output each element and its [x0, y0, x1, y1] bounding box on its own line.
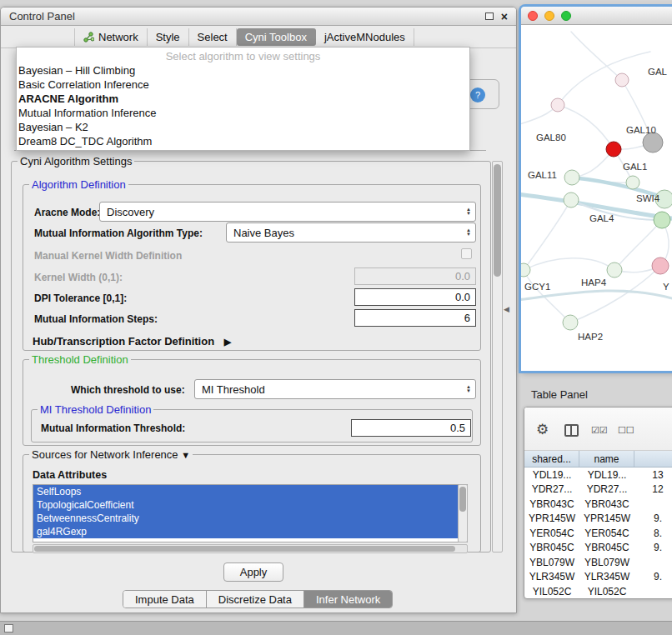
deselect-all-checkboxes-icon[interactable]: ☐☐ [618, 425, 634, 436]
dpi-tolerance-field[interactable]: 0.0 [354, 288, 476, 306]
network-node[interactable] [564, 192, 579, 208]
network-window-titlebar[interactable] [521, 7, 672, 25]
network-node[interactable] [607, 262, 622, 278]
combo-arrows-icon: ▲▼ [466, 228, 475, 237]
mi-threshold-label: Mutual Information Threshold: [41, 422, 185, 434]
table-row[interactable]: YBR045CYBR045C9. [524, 541, 672, 556]
network-node[interactable] [654, 212, 670, 228]
tab-infer-network[interactable]: Infer Network [304, 591, 392, 608]
table-row[interactable]: YDR27...YDR27...12 [524, 482, 672, 498]
aracne-mode-select[interactable]: Discovery ▲▼ [99, 202, 476, 222]
tab-cyni-toolbox[interactable]: Cyni Toolbox [237, 28, 316, 46]
table-panel-title: Table Panel [531, 388, 588, 401]
network-node[interactable] [564, 170, 579, 185]
sources-section-header[interactable]: Sources for Network Inference ▼ [29, 448, 193, 461]
scrollbar-thumb[interactable] [34, 546, 455, 552]
collapse-down-icon[interactable]: ▼ [181, 450, 190, 460]
aracne-mode-label: Aracne Mode: [34, 207, 100, 218]
network-node[interactable] [643, 132, 663, 152]
scrollbar-thumb[interactable] [459, 487, 466, 512]
algorithm-popup-item[interactable]: ARACNE Algorithm [17, 92, 469, 106]
float-window-icon[interactable] [485, 12, 494, 20]
table-cell: 9. [634, 542, 672, 553]
algorithm-popup-item[interactable]: Bayesian – Hill Climbing [17, 63, 469, 78]
algorithm-popup-item[interactable]: Bayesian – K2 [17, 120, 469, 134]
network-edge[interactable] [524, 258, 614, 270]
network-node[interactable] [626, 176, 639, 189]
hub-section-header[interactable]: Hub/Transcription Factor Definition ▶ [33, 335, 231, 348]
tab-network[interactable]: Network [74, 28, 148, 46]
network-edge[interactable] [558, 52, 650, 105]
settings-vertical-scrollbar[interactable] [492, 161, 503, 552]
attributes-vertical-scrollbar[interactable] [458, 484, 468, 542]
table-row[interactable]: YPR145WYPR145W9. [524, 512, 672, 527]
mi-threshold-field[interactable]: 0.5 [351, 419, 471, 437]
tab-label: Cyni Toolbox [245, 31, 307, 43]
table-row[interactable]: YIL052CYIL052C [524, 584, 672, 598]
network-edge[interactable] [521, 291, 672, 300]
data-attribute-item[interactable]: SelfLoops [33, 485, 459, 498]
which-threshold-label: Which threshold to use: [71, 384, 185, 396]
tab-discretize-data[interactable]: Discretize Data [207, 591, 304, 608]
hub-section-label: Hub/Transcription Factor Definition [33, 335, 214, 348]
minimize-traffic-light-icon[interactable] [544, 11, 554, 21]
attributes-horizontal-scrollbar[interactable] [33, 544, 468, 553]
algorithm-definition-title: Algorithm Definition [29, 178, 128, 191]
table-row[interactable]: YBR043CYBR043C [524, 497, 672, 512]
table-row[interactable]: YLR345WYLR345W9. [524, 570, 672, 585]
table-row[interactable]: YDL19...YDL19...13 [524, 468, 672, 482]
tab-jactivemnodules[interactable]: jActiveMNodules [316, 28, 414, 46]
apply-button[interactable]: Apply [223, 562, 283, 582]
algorithm-popup-item[interactable]: Mutual Information Inference [17, 106, 469, 120]
table-cell: YBR043C [579, 498, 634, 510]
column-header-shared-name[interactable]: shared... [524, 451, 579, 467]
threshold-definition-title: Threshold Definition [29, 353, 131, 366]
data-attribute-item[interactable]: gal4RGexp [33, 525, 459, 538]
network-node[interactable] [615, 73, 629, 87]
table-cell: YBR045C [524, 542, 579, 553]
column-header-clipped[interactable] [634, 451, 672, 467]
network-node[interactable] [551, 98, 564, 112]
manual-kernel-label: Manual Kernel Width Definition [34, 250, 182, 262]
algorithm-popup-item[interactable]: Basic Correlation Inference [17, 78, 469, 92]
mi-steps-field[interactable]: 6 [354, 309, 476, 327]
data-attribute-item[interactable]: TopologicalCoefficient [33, 498, 459, 512]
network-edge[interactable] [571, 32, 622, 80]
mi-type-select[interactable]: Naive Bayes ▲▼ [226, 222, 476, 242]
tab-select[interactable]: Select [189, 28, 237, 46]
panel-collapse-icon[interactable]: ◀ [504, 305, 509, 313]
network-canvas[interactable]: GAL80GAL10GAL11GAL1SWI4GAL4GCY1HAP4HAP2G… [521, 25, 672, 370]
kernel-width-field[interactable]: 0.0 [354, 268, 476, 285]
columns-icon[interactable] [564, 424, 579, 437]
network-edge[interactable] [524, 200, 571, 270]
expand-right-icon[interactable]: ▶ [224, 337, 231, 347]
network-node[interactable] [521, 263, 530, 277]
table-cell: YPR145W [579, 512, 634, 524]
combo-arrows-icon: ▲▼ [466, 208, 475, 216]
which-threshold-select[interactable]: MI Threshold ▲▼ [194, 379, 476, 399]
tab-label: Network [98, 31, 138, 43]
manual-kernel-checkbox[interactable] [461, 248, 472, 259]
network-canvas-area[interactable]: GAL80GAL10GAL11GAL1SWI4GAL4GCY1HAP4HAP2G… [521, 25, 672, 371]
network-edge[interactable] [558, 105, 614, 149]
scrollbar-thumb[interactable] [494, 164, 501, 277]
table-row[interactable]: YBL079WYBL079W [524, 555, 672, 570]
network-node[interactable] [563, 315, 578, 330]
network-node[interactable] [606, 142, 621, 157]
table-cell: YDL19... [524, 469, 579, 481]
tab-impute-data[interactable]: Impute Data [123, 591, 207, 608]
control-panel-titlebar[interactable]: Control Panel × [1, 8, 516, 26]
tab-style[interactable]: Style [148, 28, 189, 46]
select-all-checkboxes-icon[interactable]: ☑☑ [591, 425, 608, 436]
close-traffic-light-icon[interactable] [528, 11, 538, 21]
restore-panel-icon[interactable] [4, 624, 13, 632]
network-node[interactable] [652, 258, 669, 274]
data-attributes-list[interactable]: SelfLoopsTopologicalCoefficientBetweenne… [33, 484, 468, 542]
zoom-traffic-light-icon[interactable] [561, 11, 571, 21]
close-window-icon[interactable]: × [501, 11, 508, 22]
data-attribute-item[interactable]: BetweennessCentrality [33, 512, 459, 525]
table-row[interactable]: YER054CYER054C8. [524, 526, 672, 541]
column-header-name[interactable]: name [579, 451, 634, 467]
algorithm-popup-item[interactable]: Dream8 DC_TDC Algorithm [17, 134, 469, 148]
gear-icon[interactable]: ⚙ [536, 421, 549, 438]
